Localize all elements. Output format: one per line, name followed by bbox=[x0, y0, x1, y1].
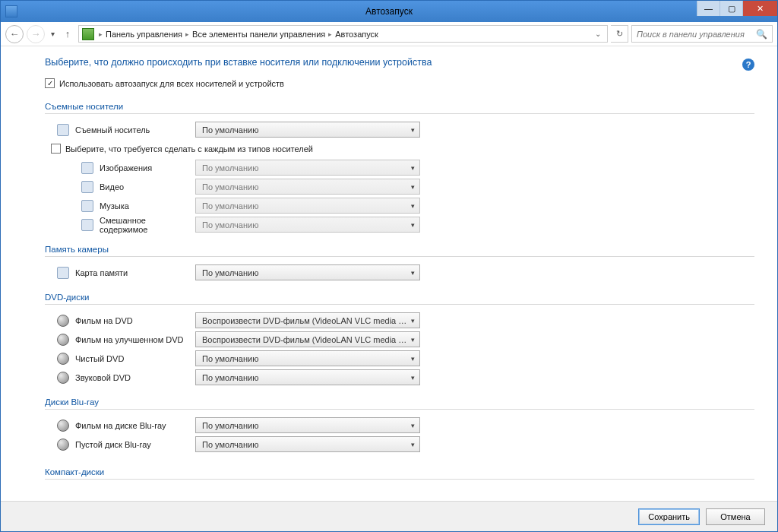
choose-each-label: Выберите, что требуется сделать с каждым… bbox=[65, 144, 313, 154]
cancel-button[interactable]: Отмена bbox=[706, 508, 765, 525]
breadcrumb-item[interactable]: Панель управления bbox=[106, 30, 182, 39]
dvd-enhanced-icon bbox=[57, 334, 69, 346]
video-combo[interactable]: По умолчанию▾ bbox=[195, 179, 420, 195]
save-button[interactable]: Сохранить bbox=[638, 508, 700, 525]
removable-drive-label: Съемный носитель bbox=[75, 125, 189, 135]
refresh-button[interactable]: ↻ bbox=[611, 25, 628, 43]
chevron-down-icon: ▾ bbox=[411, 126, 415, 134]
dvd-blank-row: Чистый DVD По умолчанию▾ bbox=[45, 349, 754, 368]
dvd-blank-icon bbox=[57, 353, 69, 365]
removable-drive-row: Съемный носитель По умолчанию ▾ bbox=[45, 120, 754, 139]
bluray-blank-row: Пустой диск Blu-ray По умолчанию▾ bbox=[45, 435, 754, 454]
choose-each-checkbox[interactable] bbox=[51, 144, 61, 154]
pictures-icon bbox=[81, 162, 93, 174]
music-icon bbox=[81, 200, 93, 212]
removable-drive-icon bbox=[57, 124, 69, 136]
removable-drive-combo[interactable]: По умолчанию ▾ bbox=[195, 122, 420, 138]
breadcrumb[interactable]: ▸ Панель управления ▸ Все элементы панел… bbox=[78, 25, 608, 43]
subtype-row: Изображения По умолчанию▾ bbox=[45, 158, 754, 177]
dvd-enhanced-row: Фильм на улучшенном DVD Воспроизвести DV… bbox=[45, 330, 754, 349]
section-removable-title: Съемные носители bbox=[45, 102, 754, 114]
memory-card-icon bbox=[57, 267, 69, 279]
dvd-movie-combo[interactable]: Воспроизвести DVD-фильм (VideoLAN VLC me… bbox=[195, 312, 420, 328]
bluray-blank-icon bbox=[57, 439, 69, 451]
dvd-movie-row: Фильм на DVD Воспроизвести DVD-фильм (Vi… bbox=[45, 311, 754, 330]
choose-each-row[interactable]: Выберите, что требуется сделать с каждым… bbox=[51, 144, 754, 154]
chevron-right-icon: ▸ bbox=[97, 30, 104, 38]
use-autoplay-label: Использовать автозапуск для всех носител… bbox=[59, 79, 284, 88]
bluray-blank-combo[interactable]: По умолчанию▾ bbox=[195, 436, 420, 452]
pictures-combo[interactable]: По умолчанию▾ bbox=[195, 160, 420, 176]
subtype-row: Видео По умолчанию▾ bbox=[45, 177, 754, 196]
nav-up-button[interactable]: ↑ bbox=[60, 27, 75, 42]
control-panel-icon bbox=[82, 28, 94, 40]
content-area: Выберите, что должно происходить при вст… bbox=[1, 46, 777, 501]
section-camera-title: Память камеры bbox=[45, 245, 754, 257]
search-input[interactable] bbox=[637, 30, 756, 39]
page-heading: Выберите, что должно происходить при вст… bbox=[45, 57, 742, 68]
app-icon bbox=[5, 5, 17, 17]
section-dvd-title: DVD-диски bbox=[45, 293, 754, 305]
footer: Сохранить Отмена bbox=[1, 501, 777, 531]
video-icon bbox=[81, 181, 93, 193]
breadcrumb-item[interactable]: Автозапуск bbox=[335, 30, 378, 39]
navbar: ← → ▾ ↑ ▸ Панель управления ▸ Все элемен… bbox=[1, 22, 777, 46]
memory-card-row: Карта памяти По умолчанию▾ bbox=[45, 263, 754, 282]
minimize-button[interactable]: — bbox=[697, 1, 719, 16]
maximize-button[interactable]: ▢ bbox=[719, 1, 742, 16]
window-title: Автозапуск bbox=[365, 6, 413, 17]
titlebar: Автозапуск — ▢ ✕ bbox=[1, 1, 777, 22]
mixed-icon bbox=[81, 219, 93, 231]
breadcrumb-item[interactable]: Все элементы панели управления bbox=[192, 30, 325, 39]
dvd-audio-icon bbox=[57, 372, 69, 384]
dvd-audio-row: Звуковой DVD По умолчанию▾ bbox=[45, 368, 754, 387]
bluray-movie-icon bbox=[57, 420, 69, 432]
bluray-movie-row: Фильм на диске Blu-ray По умолчанию▾ bbox=[45, 416, 754, 435]
search-box[interactable]: 🔍 bbox=[631, 25, 773, 43]
section-bluray-title: Диски Blu-ray bbox=[45, 397, 754, 410]
help-icon[interactable]: ? bbox=[742, 59, 754, 71]
music-combo[interactable]: По умолчанию▾ bbox=[195, 198, 420, 214]
breadcrumb-dropdown[interactable]: ⌄ bbox=[592, 30, 604, 38]
use-autoplay-checkbox[interactable]: ✓ bbox=[45, 78, 55, 88]
nav-forward-button[interactable]: → bbox=[27, 25, 45, 43]
dvd-enhanced-combo[interactable]: Воспроизвести DVD-фильм (VideoLAN VLC me… bbox=[195, 331, 420, 347]
dvd-blank-combo[interactable]: По умолчанию▾ bbox=[195, 350, 420, 366]
dvd-movie-icon bbox=[57, 315, 69, 327]
subtype-row: Смешанное содержимое По умолчанию▾ bbox=[45, 215, 754, 234]
section-cd-title: Компакт-диски bbox=[45, 467, 754, 480]
dvd-audio-combo[interactable]: По умолчанию▾ bbox=[195, 369, 420, 385]
close-button[interactable]: ✕ bbox=[742, 1, 777, 16]
search-icon: 🔍 bbox=[756, 29, 767, 40]
nav-back-button[interactable]: ← bbox=[5, 25, 24, 43]
memory-card-combo[interactable]: По умолчанию▾ bbox=[195, 264, 420, 280]
mixed-combo[interactable]: По умолчанию▾ bbox=[195, 217, 420, 233]
subtype-row: Музыка По умолчанию▾ bbox=[45, 196, 754, 215]
chevron-right-icon: ▸ bbox=[184, 30, 191, 38]
bluray-movie-combo[interactable]: По умолчанию▾ bbox=[195, 417, 420, 433]
chevron-right-icon: ▸ bbox=[327, 30, 334, 38]
nav-history-dropdown[interactable]: ▾ bbox=[48, 30, 57, 38]
use-autoplay-row[interactable]: ✓ Использовать автозапуск для всех носит… bbox=[45, 78, 754, 88]
